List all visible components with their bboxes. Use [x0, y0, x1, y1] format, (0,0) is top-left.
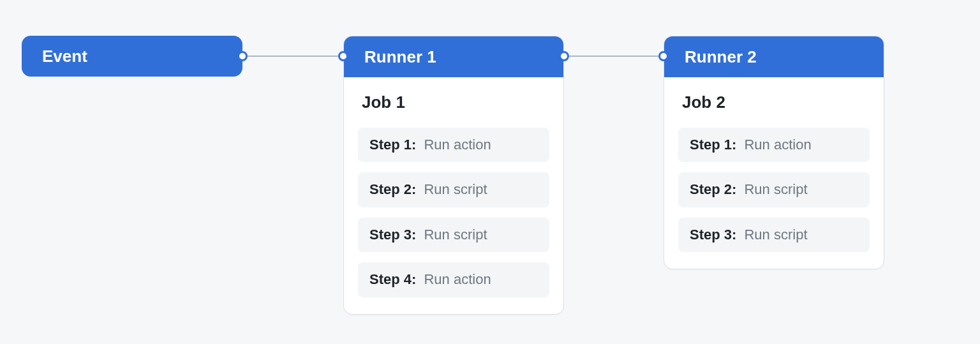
event-node: Event	[22, 36, 242, 77]
step-desc: Run action	[424, 271, 491, 287]
port-icon	[338, 51, 348, 61]
step-row: Step 1: Run action	[358, 128, 549, 162]
event-label: Event	[42, 47, 87, 66]
step-label: Step 3:	[690, 227, 736, 243]
step-row: Step 3: Run script	[678, 218, 870, 252]
runner-card-1: Runner 1 Job 1 Step 1: Run action Step 2…	[343, 36, 564, 315]
runner-1-header: Runner 1	[344, 36, 563, 77]
runner-1-title: Runner 1	[364, 47, 436, 67]
port-icon	[237, 51, 248, 61]
step-label: Step 3:	[369, 227, 416, 243]
step-label: Step 4:	[369, 271, 416, 287]
connector-event-to-runner1	[242, 56, 343, 57]
step-desc: Run script	[424, 181, 487, 197]
step-desc: Run action	[424, 137, 491, 153]
runner-2-body: Job 2 Step 1: Run action Step 2: Run scr…	[664, 77, 884, 269]
step-desc: Run script	[744, 181, 807, 197]
step-label: Step 1:	[690, 137, 736, 153]
step-row: Step 2: Run script	[358, 172, 549, 207]
step-desc: Run script	[424, 227, 487, 243]
job-2-title: Job 2	[682, 93, 870, 112]
step-row: Step 4: Run action	[358, 262, 549, 297]
port-icon	[658, 51, 669, 61]
runner-2-title: Runner 2	[685, 47, 757, 67]
step-desc: Run script	[744, 227, 807, 243]
workflow-diagram: Event Runner 1 Job 1 Step 1: Run action …	[0, 0, 980, 344]
runner-2-header: Runner 2	[664, 36, 884, 77]
step-label: Step 2:	[690, 181, 736, 197]
port-icon	[559, 51, 569, 61]
step-row: Step 2: Run script	[678, 172, 870, 207]
connector-runner1-to-runner2	[564, 56, 664, 57]
step-label: Step 1:	[369, 137, 416, 153]
step-desc: Run action	[744, 137, 811, 153]
step-row: Step 1: Run action	[678, 128, 870, 162]
step-label: Step 2:	[369, 181, 416, 197]
step-row: Step 3: Run script	[358, 218, 549, 252]
job-1-title: Job 1	[362, 93, 549, 112]
runner-card-2: Runner 2 Job 2 Step 1: Run action Step 2…	[664, 36, 884, 269]
runner-1-body: Job 1 Step 1: Run action Step 2: Run scr…	[344, 77, 563, 314]
